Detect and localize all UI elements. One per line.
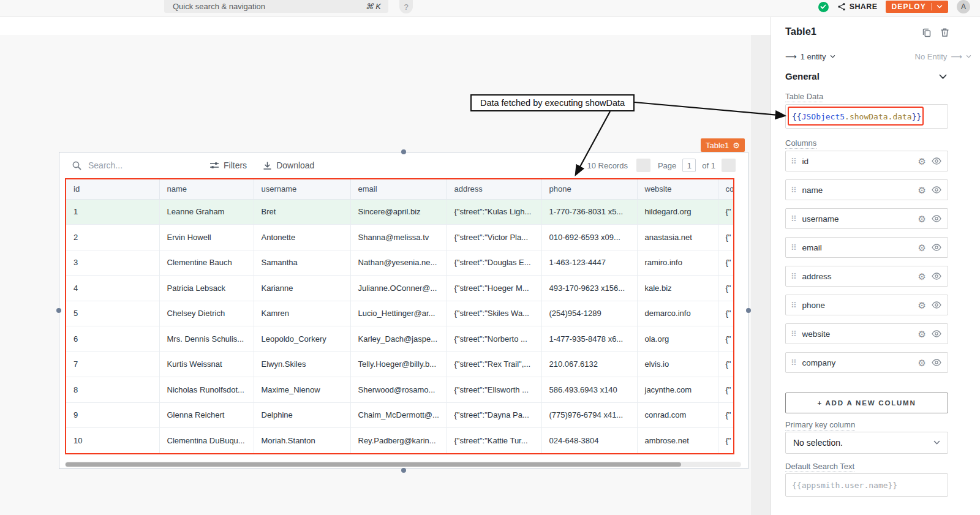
resize-handle-left[interactable]: [56, 308, 61, 313]
table-cell[interactable]: {"street":"Ellsworth ...: [447, 377, 541, 403]
table-cell[interactable]: Rey.Padberg@karin...: [350, 428, 447, 454]
table-row[interactable]: 4Patricia LebsackKarianneJulianne.OConne…: [66, 276, 733, 301]
table-cell[interactable]: Shanna@melissa.tv: [350, 225, 447, 250]
panel-column-item-website[interactable]: ⠿website⚙: [785, 323, 948, 344]
table-cell[interactable]: 1: [66, 199, 159, 225]
column-header-email[interactable]: email: [350, 179, 447, 199]
download-button[interactable]: Download: [263, 160, 314, 170]
drag-handle-icon[interactable]: ⠿: [791, 329, 797, 339]
drag-handle-icon[interactable]: ⠿: [791, 157, 797, 166]
table-cell[interactable]: {"street":"Kattie Tur...: [447, 428, 541, 454]
column-header-id[interactable]: id: [66, 179, 159, 199]
table-cell[interactable]: Clementina DuBuqu...: [159, 428, 254, 454]
table-cell[interactable]: Lucio_Hettinger@ar...: [350, 301, 447, 326]
resize-handle-bottom[interactable]: [401, 468, 406, 473]
table-row[interactable]: 10Clementina DuBuqu...Moriah.StantonRey.…: [66, 428, 733, 454]
column-settings-gear-icon[interactable]: ⚙: [918, 214, 926, 224]
table-cell[interactable]: 4: [66, 276, 159, 301]
table-cell[interactable]: {": [718, 402, 733, 428]
table-cell[interactable]: Delphine: [254, 402, 350, 428]
filters-button[interactable]: Filters: [209, 160, 247, 170]
panel-column-item-phone[interactable]: ⠿phone⚙: [785, 295, 948, 315]
table-cell[interactable]: {"street":"Kulas Ligh...: [447, 199, 541, 225]
table-row[interactable]: 6Mrs. Dennis Schulis...Leopoldo_CorkeryK…: [66, 326, 733, 352]
table-cell[interactable]: Glenna Reichert: [159, 402, 254, 428]
table-cell[interactable]: hildegard.org: [637, 199, 718, 225]
table-row[interactable]: 1Leanne GrahamBretSincere@april.biz{"str…: [66, 199, 733, 225]
table-data-code-input[interactable]: {{JSObject5.showData.data}}: [785, 104, 948, 129]
table-cell[interactable]: Telly.Hoeger@billy.b...: [350, 351, 447, 377]
table-widget[interactable]: Table1 ⚙ Search... Filters: [59, 152, 748, 469]
table-cell[interactable]: {": [718, 199, 733, 225]
horizontal-scrollbar-track[interactable]: [65, 462, 741, 467]
table-cell[interactable]: Kurtis Weissnat: [159, 351, 254, 377]
table-cell[interactable]: Sincere@april.biz: [350, 199, 447, 225]
table-cell[interactable]: Karley_Dach@jaspe...: [350, 326, 447, 352]
column-settings-gear-icon[interactable]: ⚙: [918, 301, 926, 310]
table-cell[interactable]: 493-170-9623 x156...: [541, 276, 637, 301]
page-number-input[interactable]: [682, 159, 696, 172]
horizontal-scrollbar-thumb[interactable]: [66, 462, 681, 467]
table-cell[interactable]: {": [718, 225, 733, 250]
table-cell[interactable]: 1-770-736-8031 x5...: [541, 199, 637, 225]
table-cell[interactable]: Mrs. Dennis Schulis...: [159, 326, 254, 352]
general-section-chevron-icon[interactable]: [939, 74, 947, 80]
panel-column-item-address[interactable]: ⠿address⚙: [785, 266, 948, 287]
table-cell[interactable]: {": [718, 276, 733, 301]
column-settings-gear-icon[interactable]: ⚙: [918, 358, 926, 367]
table-cell[interactable]: Chelsey Dietrich: [159, 301, 254, 326]
table-cell[interactable]: Antonette: [254, 225, 350, 250]
table-cell[interactable]: Kamren: [254, 301, 350, 326]
table-cell[interactable]: Patricia Lebsack: [159, 276, 254, 301]
drag-handle-icon[interactable]: ⠿: [791, 243, 797, 252]
column-visibility-eye-icon[interactable]: [932, 301, 941, 309]
column-visibility-eye-icon[interactable]: [932, 186, 941, 194]
table-cell[interactable]: 9: [66, 402, 159, 428]
table-cell[interactable]: Sherwood@rosamo...: [350, 377, 447, 403]
resize-handle-top[interactable]: [401, 149, 406, 154]
table-cell[interactable]: {": [718, 301, 733, 326]
table-cell[interactable]: {"street":"Douglas E...: [447, 250, 541, 276]
column-header-address[interactable]: address: [447, 179, 541, 199]
table-cell[interactable]: Bret: [254, 199, 350, 225]
prev-page-button[interactable]: [636, 159, 650, 172]
table-row[interactable]: 2Ervin HowellAntonetteShanna@melissa.tv{…: [66, 225, 733, 250]
table-cell[interactable]: (775)976-6794 x41...: [541, 402, 637, 428]
drag-handle-icon[interactable]: ⠿: [791, 186, 797, 195]
table-cell[interactable]: 210.067.6132: [541, 351, 637, 377]
column-settings-gear-icon[interactable]: ⚙: [918, 157, 926, 166]
drag-handle-icon[interactable]: ⠿: [791, 214, 797, 224]
table-cell[interactable]: Julianne.OConner@...: [350, 276, 447, 301]
table-cell[interactable]: Nathan@yesenia.ne...: [350, 250, 447, 276]
general-section-header[interactable]: General: [785, 71, 820, 81]
resize-handle-right[interactable]: [746, 308, 751, 313]
table-cell[interactable]: Ervin Howell: [159, 225, 254, 250]
panel-column-item-id[interactable]: ⠿id⚙: [785, 151, 948, 171]
drag-handle-icon[interactable]: ⠿: [791, 358, 797, 367]
table-cell[interactable]: Maxime_Nienow: [254, 377, 350, 403]
column-visibility-eye-icon[interactable]: [932, 359, 941, 366]
column-settings-gear-icon[interactable]: ⚙: [918, 329, 926, 339]
default-search-text-input[interactable]: [785, 473, 948, 497]
panel-column-item-email[interactable]: ⠿email⚙: [785, 237, 948, 258]
table-cell[interactable]: ola.org: [637, 326, 718, 352]
table-cell[interactable]: 5: [66, 301, 159, 326]
table-cell[interactable]: ambrose.net: [637, 428, 718, 454]
add-new-column-button[interactable]: + ADD A NEW COLUMN: [785, 393, 948, 413]
panel-column-item-username[interactable]: ⠿username⚙: [785, 208, 948, 229]
table-row[interactable]: 7Kurtis WeissnatElwyn.SkilesTelly.Hoeger…: [66, 351, 733, 377]
table-cell[interactable]: 586.493.6943 x140: [541, 377, 637, 403]
column-visibility-eye-icon[interactable]: [932, 273, 941, 280]
incoming-entities-dropdown[interactable]: ⟶ 1 entity: [785, 52, 835, 61]
table-cell[interactable]: Leopoldo_Corkery: [254, 326, 350, 352]
deploy-button[interactable]: DEPLOY: [886, 1, 948, 13]
table-cell[interactable]: 7: [66, 351, 159, 377]
table-cell[interactable]: {"street":"Skiles Wa...: [447, 301, 541, 326]
column-visibility-eye-icon[interactable]: [932, 244, 941, 251]
table-cell[interactable]: {"street":"Rex Trail",...: [447, 351, 541, 377]
table-cell[interactable]: Leanne Graham: [159, 199, 254, 225]
column-header-name[interactable]: name: [159, 179, 254, 199]
table-cell[interactable]: 8: [66, 377, 159, 403]
drag-handle-icon[interactable]: ⠿: [791, 301, 797, 310]
panel-column-item-name[interactable]: ⠿name⚙: [785, 179, 948, 200]
